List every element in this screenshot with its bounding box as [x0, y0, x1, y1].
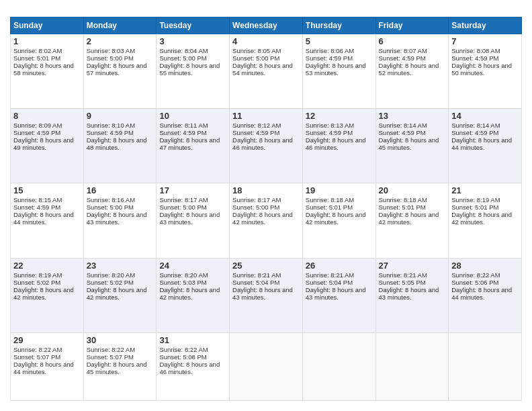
daylight-label: Daylight: 8 hours and 44 minutes. — [451, 286, 512, 301]
daylight-label: Daylight: 8 hours and 43 minutes. — [306, 286, 366, 301]
daylight-label: Daylight: 8 hours and 45 minutes. — [87, 361, 147, 375]
sunset-label: Sunset: 5:04 PM — [306, 279, 353, 286]
col-header-wednesday: Wednesday — [230, 17, 303, 34]
daylight-label: Daylight: 8 hours and 44 minutes. — [451, 136, 512, 151]
day-number: 1 — [13, 36, 81, 46]
day-number: 23 — [87, 261, 154, 271]
daylight-label: Daylight: 8 hours and 43 minutes. — [87, 211, 147, 226]
sunset-label: Sunset: 4:59 PM — [159, 129, 206, 136]
daylight-label: Daylight: 8 hours and 42 minutes. — [379, 211, 439, 226]
day-number: 18 — [232, 185, 300, 195]
day-number: 17 — [159, 185, 226, 195]
calendar-cell: 18 Sunrise: 8:17 AM Sunset: 5:00 PM Dayl… — [230, 183, 303, 258]
calendar-cell: 21 Sunrise: 8:19 AM Sunset: 5:01 PM Dayl… — [449, 183, 522, 258]
daylight-label: Daylight: 8 hours and 49 minutes. — [13, 136, 74, 151]
sunset-label: Sunset: 5:01 PM — [306, 203, 353, 211]
daylight-label: Daylight: 8 hours and 43 minutes. — [379, 286, 439, 301]
sunset-label: Sunset: 4:59 PM — [306, 54, 353, 62]
day-number: 11 — [232, 111, 300, 121]
sunrise-label: Sunrise: 8:06 AM — [306, 47, 354, 54]
day-number: 12 — [306, 111, 373, 121]
sunset-label: Sunset: 4:59 PM — [232, 129, 279, 136]
col-header-saturday: Saturday — [449, 17, 522, 34]
calendar-cell: 19 Sunrise: 8:18 AM Sunset: 5:01 PM Dayl… — [302, 183, 375, 258]
sunrise-label: Sunrise: 8:18 AM — [379, 196, 427, 203]
day-number: 9 — [87, 111, 154, 121]
sunset-label: Sunset: 5:00 PM — [87, 54, 134, 62]
day-number: 10 — [159, 111, 226, 121]
calendar-cell: 2 Sunrise: 8:03 AM Sunset: 5:00 PM Dayli… — [83, 34, 157, 109]
daylight-label: Daylight: 8 hours and 42 minutes. — [13, 286, 74, 301]
day-number: 29 — [13, 335, 81, 345]
day-number: 19 — [306, 185, 373, 195]
daylight-label: Daylight: 8 hours and 43 minutes. — [232, 286, 293, 301]
day-number: 28 — [451, 261, 519, 271]
calendar-cell: 9 Sunrise: 8:10 AM Sunset: 4:59 PM Dayli… — [83, 109, 157, 183]
sunset-label: Sunset: 4:59 PM — [13, 203, 60, 211]
sunset-label: Sunset: 5:02 PM — [87, 279, 134, 286]
daylight-label: Daylight: 8 hours and 48 minutes. — [87, 136, 147, 151]
daylight-label: Daylight: 8 hours and 42 minutes. — [159, 286, 220, 301]
sunrise-label: Sunrise: 8:21 AM — [306, 271, 354, 279]
calendar-cell: 24 Sunrise: 8:20 AM Sunset: 5:03 PM Dayl… — [157, 258, 230, 332]
sunset-label: Sunset: 4:59 PM — [379, 54, 426, 62]
daylight-label: Daylight: 8 hours and 42 minutes. — [87, 286, 147, 301]
calendar-cell: 4 Sunrise: 8:05 AM Sunset: 5:00 PM Dayli… — [230, 34, 303, 109]
col-header-friday: Friday — [375, 17, 449, 34]
sunrise-label: Sunrise: 8:03 AM — [87, 47, 135, 54]
daylight-label: Daylight: 8 hours and 47 minutes. — [159, 136, 220, 151]
calendar-cell: 23 Sunrise: 8:20 AM Sunset: 5:02 PM Dayl… — [83, 258, 157, 332]
sunrise-label: Sunrise: 8:22 AM — [87, 346, 135, 353]
sunset-label: Sunset: 5:01 PM — [451, 203, 498, 211]
calendar-cell: 7 Sunrise: 8:08 AM Sunset: 4:59 PM Dayli… — [449, 34, 522, 109]
sunrise-label: Sunrise: 8:17 AM — [232, 196, 281, 203]
calendar-cell: 31 Sunrise: 8:22 AM Sunset: 5:08 PM Dayl… — [157, 332, 230, 400]
sunset-label: Sunset: 5:01 PM — [13, 54, 60, 62]
col-header-monday: Monday — [83, 17, 157, 34]
sunset-label: Sunset: 5:00 PM — [232, 54, 279, 62]
day-number: 3 — [159, 36, 226, 46]
calendar-cell — [375, 332, 449, 400]
sunset-label: Sunset: 5:00 PM — [159, 54, 206, 62]
calendar-cell: 12 Sunrise: 8:13 AM Sunset: 4:59 PM Dayl… — [302, 109, 375, 183]
day-number: 6 — [379, 36, 446, 46]
sunrise-label: Sunrise: 8:10 AM — [87, 122, 135, 129]
day-number: 22 — [13, 261, 81, 271]
day-number: 20 — [379, 185, 446, 195]
day-number: 31 — [159, 335, 226, 345]
day-number: 30 — [87, 335, 154, 345]
sunrise-label: Sunrise: 8:13 AM — [306, 122, 354, 129]
calendar-cell — [449, 332, 522, 400]
sunset-label: Sunset: 5:07 PM — [87, 353, 134, 361]
day-number: 16 — [87, 185, 154, 195]
sunrise-label: Sunrise: 8:14 AM — [451, 122, 500, 129]
day-number: 8 — [13, 111, 81, 121]
daylight-label: Daylight: 8 hours and 42 minutes. — [232, 211, 293, 226]
day-number: 26 — [306, 261, 373, 271]
calendar-cell: 3 Sunrise: 8:04 AM Sunset: 5:00 PM Dayli… — [157, 34, 230, 109]
sunset-label: Sunset: 4:59 PM — [306, 129, 353, 136]
sunrise-label: Sunrise: 8:04 AM — [159, 47, 208, 54]
sunset-label: Sunset: 5:02 PM — [13, 279, 60, 286]
sunrise-label: Sunrise: 8:12 AM — [232, 122, 281, 129]
calendar-header-row: SundayMondayTuesdayWednesdayThursdayFrid… — [11, 17, 522, 34]
calendar-table: SundayMondayTuesdayWednesdayThursdayFrid… — [10, 17, 522, 401]
daylight-label: Daylight: 8 hours and 58 minutes. — [13, 62, 74, 77]
daylight-label: Daylight: 8 hours and 46 minutes. — [232, 136, 293, 151]
sunset-label: Sunset: 5:03 PM — [159, 279, 206, 286]
sunrise-label: Sunrise: 8:18 AM — [306, 196, 354, 203]
day-number: 5 — [306, 36, 373, 46]
day-number: 21 — [451, 185, 519, 195]
col-header-tuesday: Tuesday — [157, 17, 230, 34]
sunset-label: Sunset: 5:00 PM — [232, 203, 279, 211]
sunrise-label: Sunrise: 8:20 AM — [87, 271, 135, 279]
sunset-label: Sunset: 4:59 PM — [451, 129, 498, 136]
sunrise-label: Sunrise: 8:22 AM — [159, 346, 208, 353]
calendar-cell: 6 Sunrise: 8:07 AM Sunset: 4:59 PM Dayli… — [375, 34, 449, 109]
sunrise-label: Sunrise: 8:22 AM — [13, 346, 62, 353]
calendar-cell: 29 Sunrise: 8:22 AM Sunset: 5:07 PM Dayl… — [11, 332, 84, 400]
sunrise-label: Sunrise: 8:21 AM — [379, 271, 427, 279]
col-header-sunday: Sunday — [11, 17, 84, 34]
page: General Blue SundayMondayTuesdayWednesda… — [0, 0, 532, 411]
sunset-label: Sunset: 5:05 PM — [379, 279, 426, 286]
